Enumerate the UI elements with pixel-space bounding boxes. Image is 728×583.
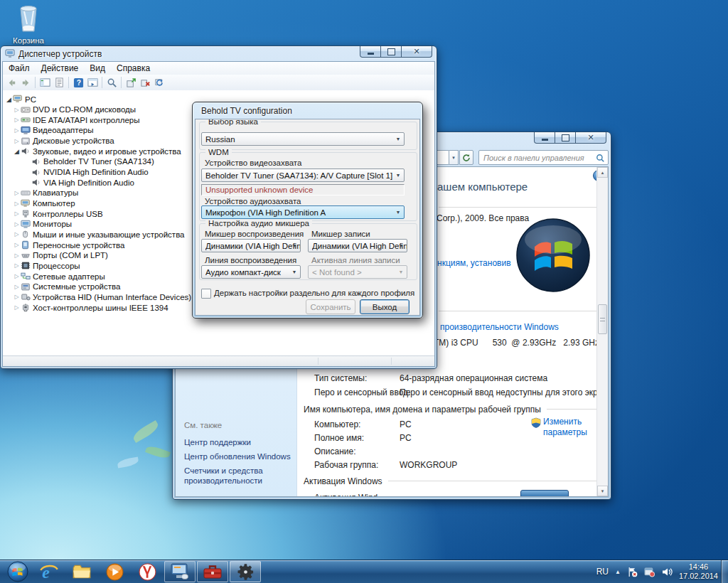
taskbar-device-manager-task[interactable]: [164, 561, 196, 582]
search-box[interactable]: [478, 150, 609, 165]
behold-dialog-title: Behold TV configuration: [201, 106, 292, 116]
back-button[interactable]: [4, 76, 18, 89]
address-dropdown-button[interactable]: ▼: [449, 150, 459, 165]
language-combo[interactable]: Russian ▼: [201, 132, 405, 146]
expand-arrow-icon[interactable]: ▷: [13, 127, 21, 134]
expand-arrow-icon[interactable]: ▷: [13, 304, 21, 311]
minimize-button[interactable]: [534, 132, 555, 144]
minimize-button[interactable]: [360, 46, 381, 58]
video-capture-combo-value: Beholder TV Tuner (SAA7134): A/V Capture…: [205, 171, 404, 180]
features-link-fragment[interactable]: нкциям, установив: [437, 258, 511, 268]
expand-arrow-icon[interactable]: ▷: [13, 262, 21, 269]
record-mixer-combo[interactable]: Динамики (VIA High Definition ▼: [308, 239, 407, 252]
hidden-icons-button[interactable]: ▲: [615, 569, 621, 575]
properties-button[interactable]: [52, 76, 66, 89]
device-manager-titlebar[interactable]: Диспетчер устройств ✕: [1, 46, 437, 61]
expand-arrow-icon[interactable]: ▷: [13, 200, 21, 207]
windows-update-icon[interactable]: [644, 567, 655, 577]
menu-action[interactable]: Действие: [36, 63, 85, 73]
expand-arrow-icon[interactable]: ▷: [13, 221, 21, 228]
language-indicator[interactable]: RU: [596, 567, 609, 577]
forward-button[interactable]: [18, 76, 33, 89]
maximize-button[interactable]: [380, 46, 402, 58]
exit-button[interactable]: Выход: [360, 299, 410, 314]
audio-capture-label: Устройство аудиозахвата: [205, 197, 301, 205]
expand-arrow-icon[interactable]: ▷: [13, 294, 21, 300]
maximize-button[interactable]: [555, 132, 576, 144]
scroll-up-arrow[interactable]: ▲: [597, 167, 608, 178]
show-desktop-button[interactable]: [721, 560, 728, 583]
wallpaper-leaf-decoration: [145, 444, 171, 461]
expand-arrow-icon[interactable]: ▷: [13, 273, 21, 279]
divider: [439, 207, 601, 208]
scroll-down-arrow[interactable]: ▼: [597, 486, 608, 496]
info-label: Полное имя:: [314, 433, 364, 443]
clock-date: 17.02.2014: [679, 572, 718, 581]
audio-capture-combo[interactable]: Микрофон (VIA High Definition A ▼: [201, 205, 405, 219]
search-input[interactable]: [482, 151, 594, 164]
expand-arrow-icon[interactable]: ▷: [13, 231, 21, 237]
expand-arrow-icon[interactable]: ▷: [13, 138, 21, 144]
expand-arrow-icon[interactable]: ▷: [13, 117, 21, 123]
sidebar-link[interactable]: Центр поддержки: [184, 437, 291, 447]
playback-line-combo[interactable]: Аудио компакт-диск ▼: [201, 265, 301, 279]
sidebar-link[interactable]: Счетчики и средства производительности: [184, 466, 291, 486]
recycle-bin-label: Корзина: [6, 36, 51, 45]
activation-partial-button[interactable]: [520, 490, 569, 497]
sidebar-link[interactable]: Центр обновления Windows: [184, 451, 291, 461]
info-label: Перо и сенсорный ввод:: [314, 387, 410, 397]
help-button[interactable]: ?: [71, 76, 85, 89]
processor-icon: [21, 261, 33, 270]
expand-arrow-icon[interactable]: ▷: [13, 190, 21, 196]
collapse-arrow-icon[interactable]: ◢: [5, 96, 13, 103]
taskbar-media-player[interactable]: [99, 561, 130, 582]
taskbar-clock[interactable]: 14:46 17.02.2014: [679, 562, 718, 581]
recycle-bin[interactable]: Корзина: [6, 4, 51, 45]
taskbar-behold-tv-config[interactable]: [230, 561, 261, 582]
action-center-icon[interactable]: [627, 567, 638, 577]
expand-arrow-icon[interactable]: ▷: [13, 252, 21, 259]
change-settings-link[interactable]: Изменить параметры: [543, 417, 587, 438]
find-button[interactable]: [105, 76, 119, 89]
behold-dialog-titlebar[interactable]: Behold TV configuration: [193, 102, 422, 119]
computer-icon: [21, 199, 33, 208]
items-window-button[interactable]: [85, 76, 100, 89]
menu-view[interactable]: Вид: [84, 63, 111, 73]
scrollbar[interactable]: ▲ ▼: [596, 167, 608, 496]
taskbar-yandex-browser[interactable]: [132, 561, 163, 582]
behold-dialog-body: Выбор языка Russian ▼ WDM Устройство вид…: [195, 119, 420, 316]
save-button[interactable]: Сохранить: [306, 299, 355, 314]
volume-icon[interactable]: [661, 567, 673, 577]
show-console-tree-button[interactable]: [38, 76, 52, 89]
taskbar-toolbox-app[interactable]: [197, 561, 228, 582]
menu-help[interactable]: Справка: [111, 63, 156, 73]
menu-file[interactable]: Файл: [3, 63, 36, 73]
close-button[interactable]: ✕: [401, 46, 432, 58]
collapse-arrow-icon[interactable]: ◢: [13, 148, 21, 155]
start-button[interactable]: [4, 561, 32, 582]
taskbar-windows-explorer[interactable]: [66, 561, 97, 582]
device-manager-statusbar: [3, 355, 434, 366]
refresh-button[interactable]: [459, 150, 473, 165]
system-device-icon: [21, 282, 33, 292]
scroll-thumb[interactable]: [598, 304, 607, 334]
expand-arrow-icon[interactable]: ▷: [13, 210, 21, 217]
video-capture-combo[interactable]: Beholder TV Tuner (SAA7134): A/V Capture…: [201, 169, 405, 182]
uninstall-button[interactable]: [138, 76, 152, 89]
playback-mixer-combo[interactable]: Динамики (VIA High Definition ▼: [201, 239, 301, 252]
wallpaper-leaf-decoration: [117, 456, 139, 468]
expand-arrow-icon[interactable]: ▷: [13, 107, 21, 113]
performance-link-fragment[interactable]: производительности Windows: [440, 322, 559, 332]
close-button[interactable]: ✕: [575, 132, 606, 144]
scan-hardware-changes-button[interactable]: [152, 76, 166, 89]
divider: [439, 311, 601, 311]
expand-arrow-icon[interactable]: ▷: [13, 284, 21, 290]
per-profile-checkbox[interactable]: [201, 289, 211, 299]
record-line-label: Активная линия записи: [311, 256, 400, 264]
computer-icon: [13, 95, 25, 104]
update-driver-button[interactable]: [124, 76, 138, 89]
device-manager-toolbar: ?: [3, 75, 434, 91]
expand-arrow-icon[interactable]: ▷: [13, 242, 21, 248]
tree-item-label: Хост-контроллеры шины IEEE 1394: [33, 304, 168, 312]
taskbar-internet-explorer[interactable]: e: [33, 561, 65, 582]
